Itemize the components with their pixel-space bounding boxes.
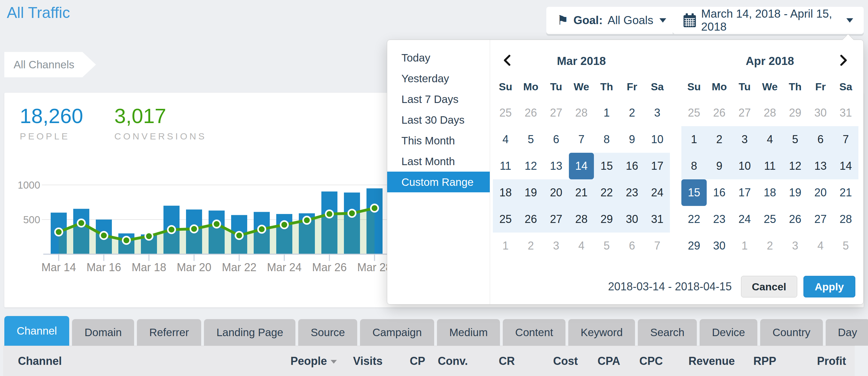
day-cell[interactable]: 12 — [518, 153, 544, 179]
day-cell[interactable]: 27 — [808, 206, 833, 233]
day-cell[interactable]: 31 — [833, 99, 859, 126]
day-cell[interactable]: 29 — [681, 233, 707, 259]
day-cell[interactable]: 13 — [544, 153, 569, 179]
day-cell[interactable]: 2 — [757, 233, 783, 259]
preset-yesterday[interactable]: Yesterday — [387, 68, 490, 89]
day-cell[interactable]: 26 — [518, 206, 544, 233]
tab-content[interactable]: Content — [503, 319, 565, 346]
tab-channel[interactable]: Channel — [4, 316, 69, 346]
preset-last-7-days[interactable]: Last 7 Days — [387, 89, 490, 110]
day-cell[interactable]: 6 — [544, 126, 569, 153]
column-header-cp[interactable]: CP — [382, 355, 425, 368]
day-cell[interactable]: 14 — [833, 153, 859, 179]
day-cell[interactable]: 30 — [808, 99, 833, 126]
tab-country[interactable]: Country — [760, 319, 823, 346]
day-cell[interactable]: 25 — [493, 99, 518, 126]
day-cell[interactable]: 7 — [569, 126, 594, 153]
day-cell[interactable]: 1 — [732, 233, 757, 259]
day-cell[interactable]: 5 — [518, 126, 544, 153]
column-header-cpa[interactable]: CPA — [578, 355, 620, 368]
day-cell[interactable]: 22 — [681, 206, 707, 233]
day-cell[interactable]: 27 — [544, 99, 569, 126]
day-cell[interactable]: 28 — [569, 206, 594, 233]
column-header-visits[interactable]: Visits — [337, 355, 382, 368]
day-cell[interactable]: 29 — [782, 99, 808, 126]
breadcrumb[interactable]: All Channels — [4, 52, 96, 77]
day-cell[interactable]: 3 — [782, 233, 808, 259]
day-cell[interactable]: 11 — [493, 153, 518, 179]
apply-button[interactable]: Apply — [803, 276, 855, 297]
preset-today[interactable]: Today — [387, 47, 490, 68]
day-cell[interactable]: 13 — [808, 153, 833, 179]
day-cell[interactable]: 10 — [645, 126, 670, 153]
tab-medium[interactable]: Medium — [437, 319, 500, 346]
day-cell[interactable]: 22 — [594, 179, 619, 206]
day-cell[interactable]: 28 — [569, 99, 594, 126]
tab-keyword[interactable]: Keyword — [568, 319, 635, 346]
day-cell[interactable]: 16 — [707, 179, 732, 206]
tab-device[interactable]: Device — [700, 319, 757, 346]
day-cell[interactable]: 20 — [808, 179, 833, 206]
tab-day[interactable]: Day — [826, 319, 868, 346]
day-cell[interactable]: 2 — [619, 99, 645, 126]
day-cell[interactable]: 4 — [808, 233, 833, 259]
day-cell[interactable]: 17 — [645, 153, 670, 179]
day-cell[interactable]: 7 — [833, 126, 859, 153]
day-cell[interactable]: 29 — [594, 206, 619, 233]
day-cell[interactable]: 7 — [645, 233, 670, 259]
day-cell[interactable]: 2 — [518, 233, 544, 259]
day-cell[interactable]: 24 — [645, 179, 670, 206]
column-header-rpp[interactable]: RPP — [735, 355, 776, 368]
day-cell[interactable]: 21 — [569, 179, 594, 206]
day-cell[interactable]: 5 — [594, 233, 619, 259]
tab-landing-page[interactable]: Landing Page — [204, 319, 296, 346]
day-cell[interactable]: 27 — [544, 206, 569, 233]
day-cell[interactable]: 2 — [707, 126, 732, 153]
preset-custom-range[interactable]: Custom Range — [387, 172, 490, 192]
day-cell[interactable]: 30 — [707, 233, 732, 259]
column-header-cr[interactable]: CR — [468, 355, 515, 368]
tab-referrer[interactable]: Referrer — [137, 319, 201, 346]
day-cell[interactable]: 26 — [782, 206, 808, 233]
day-cell[interactable]: 5 — [833, 233, 859, 259]
day-cell[interactable]: 28 — [757, 99, 783, 126]
tab-search[interactable]: Search — [638, 319, 697, 346]
preset-last-month[interactable]: Last Month — [387, 151, 490, 172]
day-cell[interactable]: 1 — [493, 233, 518, 259]
column-header-channel[interactable]: Channel — [3, 355, 284, 368]
day-cell[interactable]: 10 — [732, 153, 757, 179]
column-header-cost[interactable]: Cost — [515, 355, 578, 368]
day-cell[interactable]: 9 — [707, 153, 732, 179]
day-cell[interactable]: 26 — [518, 99, 544, 126]
day-cell[interactable]: 15 — [594, 153, 619, 179]
tab-domain[interactable]: Domain — [72, 319, 134, 346]
day-cell[interactable]: 25 — [493, 206, 518, 233]
day-cell[interactable]: 4 — [757, 126, 783, 153]
tab-source[interactable]: Source — [298, 319, 357, 346]
day-cell[interactable]: 23 — [707, 206, 732, 233]
day-cell[interactable]: 6 — [619, 233, 645, 259]
day-cell[interactable]: 25 — [757, 206, 783, 233]
day-cell[interactable]: 30 — [619, 206, 645, 233]
goal-selector-button[interactable]: ⚑ Goal: All Goals — [546, 7, 677, 34]
day-cell[interactable]: 5 — [782, 126, 808, 153]
day-cell[interactable]: 8 — [594, 126, 619, 153]
column-header-cpc[interactable]: CPC — [620, 355, 663, 368]
day-cell[interactable]: 1 — [594, 99, 619, 126]
day-cell[interactable]: 23 — [619, 179, 645, 206]
column-header-revenue[interactable]: Revenue — [663, 355, 735, 368]
day-cell[interactable]: 24 — [732, 206, 757, 233]
day-cell[interactable]: 19 — [518, 179, 544, 206]
day-cell[interactable]: 4 — [569, 233, 594, 259]
day-cell[interactable]: 19 — [782, 179, 808, 206]
day-cell[interactable]: 18 — [493, 179, 518, 206]
day-cell[interactable]: 16 — [619, 153, 645, 179]
preset-this-month[interactable]: This Month — [387, 130, 490, 151]
day-cell[interactable]: 31 — [645, 206, 670, 233]
day-cell[interactable]: 28 — [833, 206, 859, 233]
day-cell[interactable]: 1 — [681, 126, 707, 153]
date-range-selector-button[interactable]: March 14, 2018 - April 15, 2018 — [673, 7, 864, 34]
column-header-profit[interactable]: Profit — [776, 355, 846, 368]
day-cell-selected[interactable]: 14 — [569, 153, 594, 179]
column-header-people[interactable]: People — [284, 355, 337, 368]
